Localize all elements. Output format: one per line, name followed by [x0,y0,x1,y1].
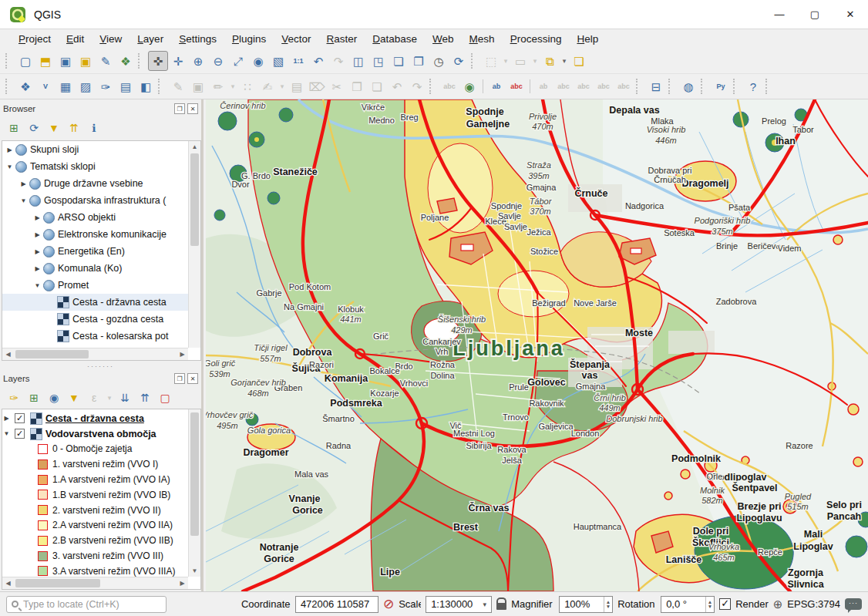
maximize-button[interactable]: ▢ [797,0,833,29]
menu-vector[interactable]: Vector [274,31,318,47]
crs-status[interactable]: EPSG:3794 [787,598,840,610]
pan-to-selection-button[interactable]: ✛ [168,51,188,71]
layer-item[interactable]: ▶✓Cesta - državna cesta [2,411,188,426]
chevron-expanded-icon[interactable]: ▼ [5,163,14,170]
layer-labeling-button[interactable]: ab [486,76,506,96]
chevron-collapsed-icon[interactable]: ▶ [33,265,42,272]
layer-visibility-checkbox[interactable]: ✓ [15,413,25,423]
browser-tree-item[interactable]: ▶ARSO objekti [2,209,188,226]
scroll-left-icon[interactable]: ◀ [2,351,14,358]
zoom-full-button[interactable]: ⤢ [228,51,248,71]
layer-visibility-checkbox[interactable]: ✓ [15,429,25,439]
zoom-to-layer-button[interactable]: ▧ [268,51,288,71]
remove-layer-button[interactable]: ▢ [156,389,174,407]
browser-refresh-button[interactable]: ⟳ [25,119,43,137]
style-manager-button[interactable]: ❖ [116,51,136,71]
open-project-button[interactable]: ⬒ [35,51,56,71]
locator-search-input[interactable]: Type to locate (Ctrl+K) [6,596,167,613]
browser-tree-item[interactable]: ▶Elektronske komunikacije [2,226,188,243]
chevron-collapsed-icon[interactable]: ▶ [33,231,42,238]
browser-add-selected-layers-button[interactable]: ⊞ [5,119,23,137]
panel-splitter[interactable]: ······· [0,364,201,371]
chevron-collapsed-icon[interactable]: ▶ [33,214,42,221]
browser-filter-button[interactable]: ▼ [45,119,63,137]
chevron-expanded-icon[interactable]: ▼ [33,282,42,289]
help-contents-button[interactable]: ? [743,76,763,96]
pan-map-button[interactable]: ✜ [148,51,168,71]
minimize-button[interactable]: — [762,0,797,29]
legend-item[interactable]: 1.A varstveni režim (VVO IA) [2,472,188,487]
browser-collapse-all-button[interactable]: ⇈ [65,119,83,137]
zoom-native-button[interactable]: 1:1 [288,51,308,71]
magnifier-spinbox[interactable]: 100% ▲▼ [559,596,613,613]
open-layer-styling-button[interactable]: ✑ [5,389,23,407]
zoom-to-selection-button[interactable]: ◉ [248,51,268,71]
menu-project[interactable]: Project [11,31,59,47]
temporal-controller-button[interactable]: ◷ [429,51,449,71]
browser-tree-item[interactable]: Cesta - gozdna cesta [2,311,188,328]
zoom-last-button[interactable]: ↶ [308,51,328,71]
deselect-features-button[interactable]: ⧉ [540,51,560,71]
legend-item[interactable]: 1. varstveni režim (VVO I) [2,456,188,472]
zoom-in-button[interactable]: ⊕ [188,51,208,71]
scroll-left-icon[interactable]: ◀ [2,580,14,587]
chevron-expanded-icon[interactable]: ▼ [19,197,28,204]
spinner-arrows-icon[interactable]: ▲▼ [604,597,612,612]
add-postgis-layer-button[interactable]: ▤ [116,76,136,96]
save-project-button[interactable]: ▣ [56,51,76,71]
new-3d-map-view-button[interactable]: ◳ [368,51,389,71]
legend-item[interactable]: 3. varstveni režim (VVO III) [2,548,188,564]
browser-properties-button[interactable]: ℹ [85,119,103,137]
legend-item[interactable]: 0 - Območje zajetja [2,442,188,457]
python-console-button[interactable]: Py [711,76,731,96]
spinner-arrows-icon[interactable]: ▲▼ [705,597,714,612]
add-delimited-text-button[interactable]: ✑ [96,76,116,96]
lock-scale-icon[interactable] [496,603,506,610]
close-button[interactable]: ✕ [833,0,868,29]
collapse-all-layers-button[interactable]: ⇈ [136,389,154,407]
scroll-right-icon[interactable]: ▶ [177,580,188,587]
browser-tree-item[interactable]: ▶Druge državne vsebine [2,175,188,192]
legend-item[interactable]: 2.B varstveni režim (VVO IIB) [2,533,188,548]
chevron-collapsed-icon[interactable]: ▶ [2,415,11,422]
chevron-down-icon[interactable]: ▾ [560,51,569,71]
browser-horizontal-scrollbar[interactable]: ◀ ▶ [2,348,188,360]
add-wms-layer-button[interactable]: ◧ [136,76,156,96]
map-tips-button[interactable]: ◉ [459,76,479,96]
coordinate-input[interactable]: 472006 110587 [295,596,378,613]
menu-database[interactable]: Database [365,31,425,47]
new-project-button[interactable]: ▢ [15,51,35,71]
layers-vertical-scrollbar[interactable]: ▼ [188,409,200,577]
scroll-right-icon[interactable]: ▶ [177,351,188,358]
scale-combobox[interactable]: 1:130000 ▾ [426,596,492,613]
chevron-collapsed-icon[interactable]: ▶ [19,180,28,187]
add-group-button[interactable]: ⊞ [25,389,43,407]
chevron-collapsed-icon[interactable]: ▶ [5,146,14,153]
open-data-source-manager-button[interactable]: ❖ [15,76,35,96]
metasearch-button[interactable]: ◍ [678,76,698,96]
save-project-as-button[interactable]: ▣ [76,51,96,71]
layer-diagram-button[interactable]: abc [506,76,527,96]
manage-map-themes-button[interactable]: ◉ [45,389,63,407]
new-bookmark-button[interactable]: ❏ [389,51,409,71]
project-properties-button[interactable]: ✎ [96,51,116,71]
add-vector-layer-button[interactable]: V [35,76,56,96]
layers-close-button[interactable]: ✕ [187,373,198,384]
filter-legend-button[interactable]: ▼ [65,389,83,407]
expand-all-layers-button[interactable]: ⇊ [116,389,134,407]
browser-tree-item[interactable]: ▶Skupni sloji [2,141,188,158]
add-raster-layer-button[interactable]: ▦ [56,76,76,96]
browser-tree-item[interactable]: ▶Komunala (Ko) [2,260,188,277]
identify-features-button[interactable]: ❏ [569,51,589,71]
legend-item[interactable]: 1.B varstveni režim (VVO IB) [2,487,188,503]
menu-web[interactable]: Web [425,31,462,47]
browser-tree-item[interactable]: Cesta - državna cesta [2,294,188,311]
rotation-spinbox[interactable]: 0,0 ° ▲▼ [661,596,715,613]
menu-layer[interactable]: Layer [130,31,171,47]
layers-horizontal-scrollbar[interactable]: ◀ ▶ [2,577,188,589]
menu-help[interactable]: Help [569,31,606,47]
new-map-view-button[interactable]: ◫ [348,51,368,71]
legend-item[interactable]: 3.A varstveni režim (VVO IIIA) [2,564,188,577]
scroll-down-icon[interactable]: ▼ [189,565,200,577]
menu-view[interactable]: View [92,31,130,47]
